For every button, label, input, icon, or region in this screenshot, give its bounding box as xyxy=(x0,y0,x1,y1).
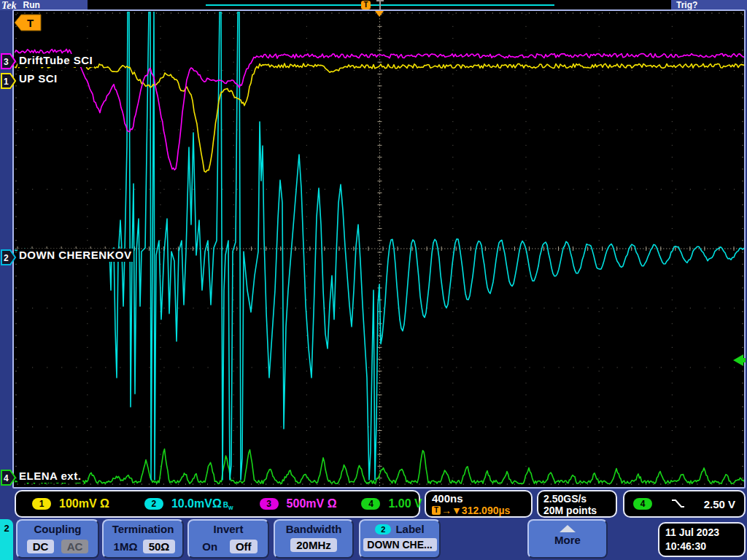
termination-title: Termination xyxy=(104,523,182,535)
ch3-readout: 3 500mV Ω xyxy=(260,497,337,510)
more-title: More xyxy=(529,534,606,546)
trigger-position-icon[interactable]: T xyxy=(361,1,371,9)
arrow-icon: → xyxy=(441,505,452,516)
ch1-badge: 1 xyxy=(32,498,51,510)
svg-text:2: 2 xyxy=(4,253,9,263)
date-value: 11 Jul 2023 xyxy=(665,526,744,540)
caret-icon: ▼ xyxy=(452,505,462,516)
label-channel-badge: 2 xyxy=(375,524,391,534)
trigger-status-badge: Trig? xyxy=(671,0,747,10)
termination-1m-option[interactable]: 1MΩ xyxy=(111,540,141,553)
trigger-readout: 4 2.50 V xyxy=(623,490,746,518)
expansion-point-icon xyxy=(375,11,384,17)
up-triangle-icon xyxy=(560,525,576,532)
svg-text:4: 4 xyxy=(4,473,9,483)
falling-edge-icon xyxy=(670,498,685,510)
svg-text:3: 3 xyxy=(4,57,9,67)
coupling-dc-option[interactable]: DC xyxy=(27,540,55,553)
label-title: Label xyxy=(395,523,424,535)
coupling-ac-option[interactable]: AC xyxy=(61,540,89,553)
svg-text:1: 1 xyxy=(4,77,9,87)
brand-area: Tek Run xyxy=(0,0,88,10)
acquisition-readout: 2.50GS/s 20M points xyxy=(537,490,617,518)
more-button[interactable]: More xyxy=(527,519,608,559)
datetime-display: 11 Jul 2023 10:46:30 xyxy=(658,522,746,557)
bandwidth-value[interactable]: 20MHz xyxy=(290,538,337,552)
ch2-label: DOWN CHERENKOV xyxy=(18,249,133,262)
ch1-readout: 1 100mV Ω xyxy=(32,497,109,510)
trigger-delay: T → ▼ 312.090µs xyxy=(432,505,531,516)
ch4-label: ELENA ext. xyxy=(18,470,82,483)
ch4-badge: 4 xyxy=(361,498,380,510)
delay-value: 312.090µs xyxy=(462,505,510,516)
acquisition-status: Run xyxy=(23,1,39,10)
invert-off-option[interactable]: Off xyxy=(230,540,258,553)
channel-readout-bar: 1 100mV Ω 2 10.0mVΩBW 3 500mV Ω 4 1.00 V… xyxy=(15,490,420,518)
timebase-readout: 400ns T → ▼ 312.090µs xyxy=(425,490,533,518)
trigger-t-icon: T xyxy=(432,506,441,515)
coupling-title: Coupling xyxy=(18,523,98,535)
label-value[interactable]: DOWN CHE... xyxy=(363,538,437,551)
invert-on-option[interactable]: On xyxy=(199,540,220,553)
window-position-line xyxy=(379,1,381,9)
coupling-button[interactable]: Coupling DC AC xyxy=(16,519,99,559)
tek-logo: Tek xyxy=(1,1,16,10)
ch3-scale: 500mV Ω xyxy=(287,497,337,510)
invert-button[interactable]: Invert On Off xyxy=(187,519,269,559)
ch2-badge: 2 xyxy=(144,498,163,510)
record-length: 20M points xyxy=(543,505,616,516)
termination-50-option[interactable]: 50Ω xyxy=(143,540,176,553)
invert-title: Invert xyxy=(189,523,268,535)
termination-button[interactable]: Termination 1MΩ 50Ω xyxy=(102,519,184,559)
bandwidth-button[interactable]: Bandwidth 20MHz xyxy=(274,519,354,559)
bandwidth-title: Bandwidth xyxy=(275,523,352,535)
time-value: 10:46:30 xyxy=(665,540,744,553)
oscilloscope-screen: Tek Run T Trig? T 3 1 2 xyxy=(0,0,747,560)
top-status-bar: Tek Run T Trig? xyxy=(0,0,747,10)
ch2-scale: 10.0mVΩBW xyxy=(171,497,233,510)
sample-rate: 2.50GS/s xyxy=(543,493,616,505)
ch1-label: UP SCI xyxy=(18,72,59,85)
trigger-source-badge: 4 xyxy=(633,498,652,510)
ch3-badge: 3 xyxy=(260,498,279,510)
ch3-label: DriftTube SCI xyxy=(18,54,94,67)
trigger-level-value: 2.50 V xyxy=(704,498,735,510)
ch1-scale: 100mV Ω xyxy=(59,497,109,510)
timebase-scale: 400ns xyxy=(432,493,531,505)
menu-channel-tab[interactable]: 2 xyxy=(0,519,13,560)
ch2-readout: 2 10.0mVΩBW xyxy=(144,497,233,510)
label-button[interactable]: 2 Label DOWN CHE... xyxy=(359,519,441,559)
